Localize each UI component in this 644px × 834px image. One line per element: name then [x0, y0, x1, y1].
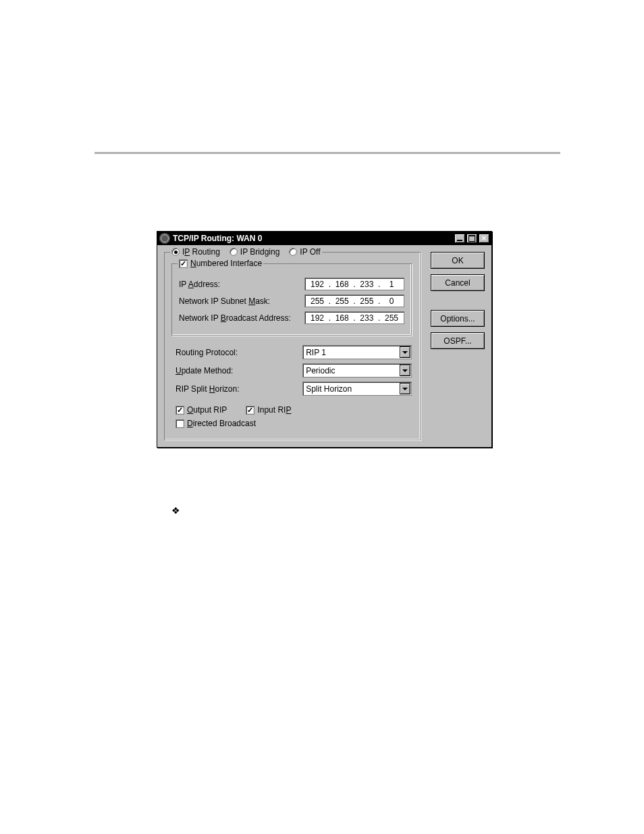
output-rip-checkbox[interactable]: Output RIP [176, 405, 227, 415]
radio-ip-bridging[interactable]: IP Bridging [230, 247, 279, 257]
checkbox-icon [246, 406, 254, 415]
ip-address-label: IP Address: [179, 280, 304, 289]
close-button[interactable] [479, 234, 489, 243]
maximize-button[interactable] [466, 234, 477, 243]
broadcast-input[interactable]: 192. 168. 233. 255 [304, 311, 404, 324]
radio-ip-routing[interactable]: IP Routing [171, 247, 220, 257]
update-method-label: Update Method: [176, 366, 302, 375]
subnet-mask-input[interactable]: 255. 255. 255. 0 [304, 294, 404, 307]
page-rule [95, 152, 560, 154]
radio-icon [289, 248, 297, 256]
system-menu-icon[interactable] [159, 233, 170, 244]
checkbox-label: Numbered Interface [190, 259, 262, 268]
radio-icon [171, 248, 180, 256]
minimize-button[interactable] [454, 234, 465, 243]
options-button[interactable]: Options... [431, 310, 485, 327]
update-method-select[interactable]: Periodic [302, 363, 412, 377]
checkbox-label: Input RIP [257, 405, 291, 415]
chevron-down-icon[interactable] [400, 383, 410, 394]
checkbox-icon [176, 406, 184, 415]
radio-ip-off[interactable]: IP Off [289, 247, 320, 257]
checkbox-label: Directed Broadcast [187, 419, 256, 428]
subnet-mask-label: Network IP Subnet Mask: [179, 296, 304, 306]
cancel-button[interactable]: Cancel [431, 274, 485, 291]
window-title: TCP/IP Routing: WAN 0 [173, 234, 262, 243]
checkbox-icon [179, 259, 188, 268]
routing-protocol-select[interactable]: RIP 1 [302, 345, 412, 359]
checkbox-icon [176, 419, 184, 428]
split-horizon-select[interactable]: Split Horizon [302, 382, 412, 396]
bullet-icon: ❖ [171, 505, 180, 516]
ip-mode-group: IP Routing IP Bridging IP Off [164, 252, 421, 440]
split-horizon-label: RIP Split Horizon: [176, 384, 302, 394]
ospf-button[interactable]: OSPF... [431, 332, 485, 349]
radio-label: IP Routing [182, 247, 220, 257]
chevron-down-icon[interactable] [400, 346, 410, 358]
broadcast-label: Network IP Broadcast Address: [179, 313, 304, 323]
ip-address-input[interactable]: 192. 168. 233. 1 [304, 278, 404, 290]
routing-protocol-label: Routing Protocol: [176, 348, 302, 357]
numbered-interface-checkbox[interactable]: Numbered Interface [179, 259, 262, 268]
input-rip-checkbox[interactable]: Input RIP [246, 405, 291, 415]
directed-broadcast-checkbox[interactable]: Directed Broadcast [176, 419, 256, 428]
ok-button[interactable]: OK [431, 252, 485, 269]
chevron-down-icon[interactable] [400, 365, 410, 376]
titlebar[interactable]: TCP/IP Routing: WAN 0 [157, 232, 491, 245]
numbered-interface-group: Numbered Interface IP Address: 192. 168.… [171, 263, 412, 336]
radio-label: IP Off [300, 247, 320, 257]
checkbox-label: Output RIP [187, 405, 227, 415]
radio-label: IP Bridging [240, 247, 279, 257]
dialog-window: TCP/IP Routing: WAN 0 OK Cancel Options.… [157, 231, 492, 448]
radio-icon [230, 248, 238, 256]
